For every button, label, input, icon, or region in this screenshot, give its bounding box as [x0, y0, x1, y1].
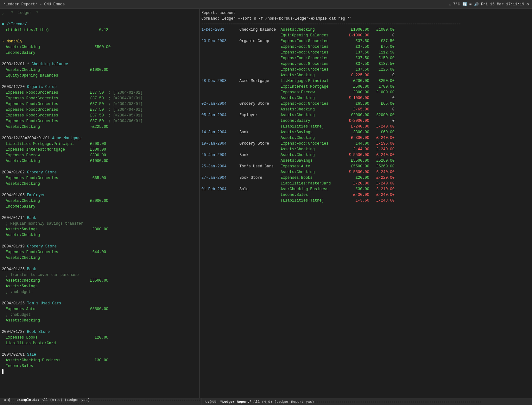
left-entry-employer: 2004/01/05 Employer [2, 192, 197, 198]
left-checking-44: Assets:Checking [6, 255, 197, 261]
left-blank5 [2, 130, 197, 135]
report-row: Expens:Food:Groceries£37.50£112.50 [201, 50, 530, 55]
left-blank4 [2, 78, 197, 84]
titlebar-right: ☁ 7°C 🔄 ✉ 🔊 Fri 15 Mar 17:11:19 ⚙ [449, 2, 529, 7]
report-row: 19-Jan-2004Grocery StoreExpens:Food:Groc… [201, 141, 530, 146]
left-groceries-4: Expenses:Food:Groceries £37.50 ; [=2004/… [6, 107, 197, 113]
report-row: Expens:Food:Groceries£37.50£225.00 [201, 67, 530, 72]
report-row: Expens:Food:Groceries£37.50£75.00 [201, 44, 530, 50]
report-row: Equi:Opening Balances£-1000.000 [201, 33, 530, 38]
titlebar: *Ledger Report* - GNU Emacs ☁ 7°C 🔄 ✉ 🔊 … [0, 0, 532, 9]
left-blank6 [2, 164, 197, 170]
left-income-header: = /*Income/ [2, 22, 197, 27]
report-row: 1-Dec-2003Checking balanceAssets:Checkin… [201, 27, 530, 33]
left-groceries-3: Expenses:Food:Groceries £37.50 ; [=2004/… [6, 101, 197, 107]
left-checking-5500: Assets:Checking £5500.00 [6, 278, 197, 284]
left-checking-business: Assets:Checking:Business £30.00 [6, 358, 197, 363]
report-row: 20-Dec-2003Organic Co-opExpens:Food:Groc… [201, 38, 530, 44]
report-row: Assets:Checking£-65.000 [201, 107, 530, 112]
left-mastercard: Liabilities:MasterCard [6, 340, 197, 346]
report-row: Assets:Checking£-5500.00£-240.00 [201, 169, 530, 175]
report-row: Income:Sales£-30.00£-240.00 [201, 192, 530, 198]
left-savings-300: Assets:Savings £300.00 [6, 227, 197, 232]
titlebar-title: *Ledger Report* - GNU Emacs [3, 2, 65, 7]
report-row: Expenses:Escrow£300.00£1000.00 [201, 90, 530, 95]
left-nobudget-1: ; :nobudget: [6, 289, 197, 295]
left-blank3 [2, 56, 197, 61]
left-auto-5500: Expenses:Auto £5500.00 [6, 306, 197, 312]
left-blank13 [2, 346, 197, 352]
left-cursor: ▋ [2, 369, 197, 375]
report-row: 14-Jan-2004BankAssets:Savings£300.00£60.… [201, 129, 530, 135]
status-right-text: -U:@%%- *Ledger Report* All (4,0) (Ledge… [203, 400, 481, 404]
report-row: 28-Dec-2003Acme MortgageLi:Mortgage:Prin… [201, 78, 530, 84]
left-income-sales: Income:Sales [6, 363, 197, 369]
report-separator: ========================================… [201, 22, 530, 27]
left-liabilities-tithe: (Liabilities:Tithe) 0.12 [6, 27, 197, 33]
left-entry-organic: 2003/12/20 Organic Co-op [2, 84, 197, 90]
left-blank10 [2, 261, 197, 266]
report-row: (Liabilities:Tithe)£-240.00£-240.00 [201, 124, 530, 129]
report-row: Assets:Checking£-225.000 [201, 72, 530, 78]
report-row: (Liabilities:Tithe)£-3.60£-243.60 [201, 198, 530, 203]
report-row: Expens:Food:Groceries£37.50£187.50 [201, 61, 530, 67]
left-blank7 [2, 187, 197, 192]
left-entry-bank-0114: 2004/01/14 Bank [2, 215, 197, 221]
report-row: Assets:Checking£-300.00£-240.00 [201, 135, 530, 141]
main-content: ; -*- ledger -*- = /*Income/ (Liabilitie… [0, 9, 532, 398]
left-mortgage-principal: Liabilities:Mortgage:Principal £200.00 [6, 141, 197, 147]
report-row: Exp:Interest:Mortgage£500.00£700.00 [201, 84, 530, 90]
left-checking-grocery: Assets:Checking [6, 181, 197, 187]
report-header-label: Report: account [201, 10, 530, 16]
left-groceries-65: Expenses:Food:Groceries £65.00 [6, 175, 197, 181]
left-entry-mortgage: 2003/12/28=2004/01/01 Acme Mortgage [2, 135, 197, 141]
left-blank12 [2, 323, 197, 329]
statusbar: -U:@-- example.dat All (64,0) (Ledger ya… [0, 398, 532, 405]
status-left-text: -U:@-- example.dat All (64,0) (Ledger ya… [2, 398, 201, 405]
left-checking-1000: Assets:Checking -£1000.00 [6, 158, 197, 164]
report-row: 25-Jan-2004Tom's Used CarsExpenses:Auto£… [201, 164, 530, 169]
left-groceries-5: Expenses:Food:Groceries £37.50 ; [=2004/… [6, 113, 197, 118]
report-row: 27-Jan-2004Book StoreExpenses:Books£20.0… [201, 175, 530, 181]
left-line-comment: ; -*- ledger -*- [2, 10, 197, 16]
left-checking-225: Assets:Checking -£225.00 [6, 124, 197, 130]
report-row: Expens:Food:Groceries£37.50£150.00 [201, 55, 530, 61]
left-entry-grocery-0102: 2004/01/02 Grocery Store [2, 170, 197, 175]
left-assets-checking-monthly: Assets:Checking £500.00 [6, 44, 197, 50]
report-row: Income:Salary£-2000.000 [201, 118, 530, 124]
left-savings-car: Assets:Savings [6, 284, 197, 289]
report-row: 01-Feb-2004SaleAss:Checking:Business£30.… [201, 186, 530, 192]
left-blank2 [2, 33, 197, 39]
report-row: Liabilities:MasterCard£-20.00£-240.00 [201, 181, 530, 186]
report-row: Assets:Checking£-1000.000 [201, 95, 530, 101]
left-pane[interactable]: ; -*- ledger -*- = /*Income/ (Liabilitie… [0, 9, 200, 398]
left-income-salary-2: Income:Salary [6, 204, 197, 209]
left-blank8 [2, 209, 197, 215]
left-checking-2000: Assets:Checking £2000.00 [6, 198, 197, 204]
status-left: -U:@-- example.dat All (64,0) (Ledger ya… [2, 398, 201, 405]
left-monthly-header: ~ Monthly [2, 39, 197, 44]
left-comment-savings: ; Regular monthly savings transfer [6, 221, 197, 227]
report-command: Command: ledger --sort d -f /home/borbus… [201, 16, 530, 22]
status-right: -U:@%%- *Ledger Report* All (4,0) (Ledge… [201, 398, 530, 405]
left-checking-savings: Assets:Checking [6, 232, 197, 238]
left-groceries-1: Expenses:Food:Groceries £37.50 ; [=2004/… [6, 90, 197, 96]
report-row: 02-Jan-2004Grocery StoreExpens:Food:Groc… [201, 101, 530, 107]
left-entry-bank-0125: 2004/01/25 Bank [2, 266, 197, 272]
report-row: Assets:Savings£5500.00£5260.00 [201, 158, 530, 164]
left-interest: Expenses:Interest:Mortgage £500.00 [6, 147, 197, 153]
report-row: Assets:Checking£-44.00£-240.00 [201, 146, 530, 152]
left-assets-checking-1000: Assets:Checking £1000.00 [6, 67, 197, 73]
left-blank11 [2, 295, 197, 301]
left-books-20: Expenses:Books £20.00 [6, 335, 197, 340]
left-entry-checking-balance: 2003/12/01 * Checking balance [2, 61, 197, 67]
left-equity: Equity:Opening Balances [6, 73, 197, 78]
right-pane[interactable]: Report: account Command: ledger --sort d… [200, 9, 532, 398]
report-row: 05-Jan-2004EmployerAssets:Checking£2000.… [201, 112, 530, 118]
left-line-blank [2, 16, 197, 22]
left-comment-car: ; Transfer to cover car purchase [6, 272, 197, 278]
left-groceries-44: Expenses:Food:Groceries £44.00 [6, 249, 197, 255]
left-nobudget-2: ; :nobudget: [6, 312, 197, 318]
left-blank9 [2, 238, 197, 244]
left-escrow: Expenses:Escrow £300.00 [6, 153, 197, 158]
